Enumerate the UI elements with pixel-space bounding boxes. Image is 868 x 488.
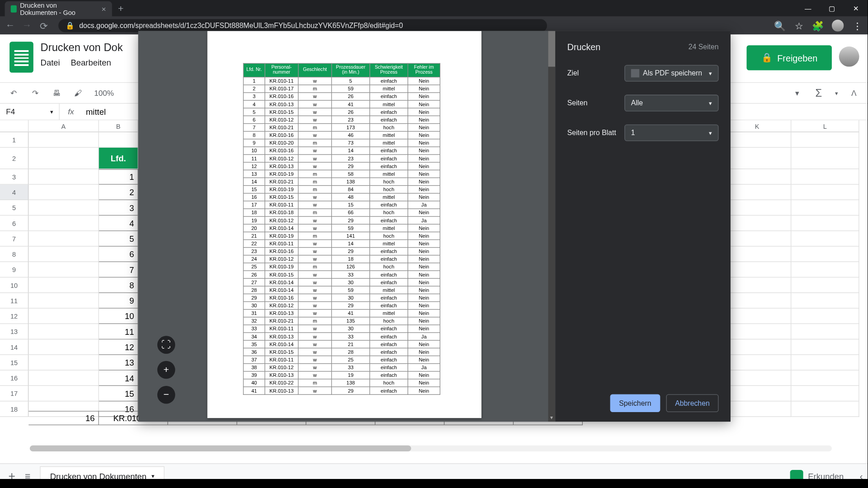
cell[interactable] <box>791 216 859 231</box>
zoom-in-icon[interactable]: + <box>157 361 175 379</box>
zoom-level[interactable]: 100% <box>94 89 114 98</box>
cell[interactable]: 6 <box>99 247 138 262</box>
functions-icon[interactable]: Σ <box>813 88 824 99</box>
chevron-down-icon[interactable]: ▾ <box>835 89 838 96</box>
cell[interactable] <box>791 231 859 246</box>
row-header[interactable]: 18 <box>0 401 28 417</box>
cell[interactable] <box>99 132 138 148</box>
close-tab-icon[interactable]: × <box>102 5 106 14</box>
cell[interactable] <box>28 169 99 184</box>
cell[interactable]: 13 <box>99 355 138 371</box>
print-icon[interactable]: 🖶 <box>51 88 62 99</box>
cell[interactable] <box>28 262 99 277</box>
row-header[interactable]: 13 <box>0 324 28 339</box>
cell[interactable] <box>723 231 791 246</box>
cell[interactable] <box>723 132 791 148</box>
zoom-icon[interactable]: 🔍 <box>774 20 785 31</box>
row-header[interactable]: 17 <box>0 386 28 401</box>
row-header[interactable]: 9 <box>0 262 28 277</box>
row-header[interactable]: 1 <box>0 132 28 148</box>
redo-icon[interactable]: ↷ <box>30 88 41 99</box>
col-header-k[interactable]: K <box>723 120 791 132</box>
chevron-down-icon[interactable]: ▾ <box>151 473 155 479</box>
profile-avatar-icon[interactable] <box>832 19 844 31</box>
cell[interactable] <box>723 401 791 417</box>
cell[interactable] <box>791 355 859 371</box>
cell[interactable] <box>723 324 791 339</box>
col-header-a[interactable]: A <box>28 120 99 132</box>
browser-tab[interactable]: Drucken von Dokumenten - Goo × <box>5 1 112 17</box>
cell[interactable] <box>791 401 859 417</box>
forward-icon[interactable]: → <box>21 20 32 31</box>
cell[interactable] <box>28 293 99 308</box>
cell[interactable] <box>791 309 859 324</box>
per-sheet-select[interactable]: 1 ▾ <box>624 124 718 141</box>
undo-icon[interactable]: ↶ <box>8 88 19 99</box>
scrollbar-thumb[interactable] <box>30 446 411 451</box>
cell[interactable] <box>28 355 99 371</box>
window-close-icon[interactable]: ✕ <box>844 0 868 17</box>
preview-scrollbar[interactable]: ▾ <box>548 31 556 422</box>
cell[interactable] <box>28 324 99 339</box>
cell[interactable] <box>791 169 859 184</box>
cell[interactable] <box>791 200 859 216</box>
row-header[interactable]: 7 <box>0 231 28 246</box>
zoom-out-icon[interactable]: − <box>157 386 175 404</box>
cell[interactable] <box>723 185 791 200</box>
cell[interactable]: 8 <box>99 277 138 293</box>
cell[interactable] <box>791 293 859 308</box>
cell[interactable]: 5 <box>99 231 138 246</box>
cell[interactable] <box>791 277 859 293</box>
window-maximize-icon[interactable]: ▢ <box>820 0 844 17</box>
scrollbar-thumb[interactable] <box>548 31 556 67</box>
row-header[interactable]: 5 <box>0 200 28 216</box>
save-button[interactable]: Speichern <box>610 394 660 413</box>
cell[interactable] <box>791 324 859 339</box>
cell[interactable] <box>28 247 99 262</box>
cell[interactable] <box>723 293 791 308</box>
cell[interactable] <box>791 339 859 355</box>
cell[interactable] <box>723 371 791 386</box>
cell[interactable] <box>791 132 859 148</box>
share-button[interactable]: 🔒 Freigeben <box>747 45 832 70</box>
destination-select[interactable]: Als PDF speichern ▾ <box>624 65 718 82</box>
cell[interactable] <box>28 277 99 293</box>
row-header[interactable]: 4 <box>0 185 28 200</box>
cell[interactable] <box>723 277 791 293</box>
cell[interactable] <box>723 216 791 231</box>
row-header[interactable]: 3 <box>0 169 28 184</box>
row-header[interactable]: 11 <box>0 293 28 308</box>
paint-format-icon[interactable]: 🖌 <box>73 88 84 99</box>
cell[interactable] <box>28 148 99 169</box>
row-header[interactable]: 14 <box>0 339 28 355</box>
cell[interactable]: 3 <box>99 200 138 216</box>
cell[interactable] <box>723 339 791 355</box>
cell[interactable]: 16 <box>28 411 99 425</box>
cancel-button[interactable]: Abbrechen <box>666 394 718 413</box>
chevron-down-icon[interactable]: ▾ <box>50 108 53 115</box>
scroll-down-icon[interactable]: ▾ <box>548 414 556 422</box>
col-header-b[interactable]: B <box>99 120 138 132</box>
cell[interactable] <box>28 231 99 246</box>
cell[interactable] <box>791 386 859 401</box>
cell[interactable] <box>28 132 99 148</box>
new-tab-button[interactable]: + <box>112 1 130 17</box>
cell[interactable] <box>28 185 99 200</box>
cell[interactable]: 15 <box>99 386 138 401</box>
cell[interactable]: 4 <box>99 216 138 231</box>
cell[interactable] <box>723 200 791 216</box>
menu-edit[interactable]: Bearbeiten <box>71 58 111 67</box>
sheets-logo-icon[interactable] <box>9 42 33 73</box>
url-input[interactable]: 🔒 docs.google.com/spreadsheets/d/1cz3cDU… <box>58 19 547 32</box>
cell[interactable] <box>28 386 99 401</box>
row-header[interactable]: 8 <box>0 247 28 262</box>
menu-file[interactable]: Datei <box>41 58 60 67</box>
row-header[interactable]: 16 <box>0 371 28 386</box>
cell[interactable]: 7 <box>99 262 138 277</box>
horizontal-scrollbar[interactable] <box>30 446 832 451</box>
cell[interactable] <box>791 371 859 386</box>
cell[interactable] <box>723 386 791 401</box>
cell[interactable]: 1 <box>99 169 138 184</box>
extensions-icon[interactable]: 🧩 <box>813 20 824 31</box>
col-header-l[interactable]: L <box>791 120 859 132</box>
